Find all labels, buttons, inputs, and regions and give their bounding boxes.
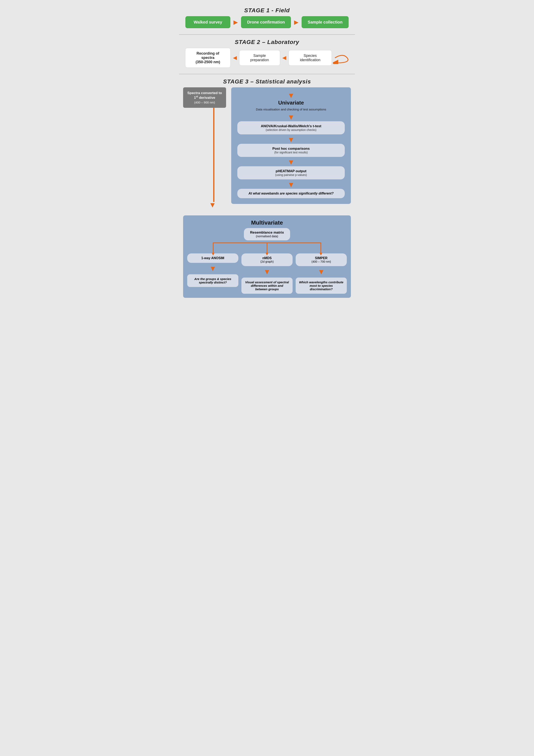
pheatmap-bold: pHEATMAP output (241, 169, 341, 173)
arrow-1: ▼ (237, 114, 345, 121)
resemblance-sub: (normalised data) (250, 235, 284, 238)
recording-spectra-sub: (350-2500 nm) (196, 60, 220, 64)
pheatmap-box: pHEATMAP output (using pairwise p-values… (237, 166, 345, 179)
stage2-section: STAGE 2 – Laboratory Recording of spectr… (179, 36, 355, 72)
branch-arrows-container: ▼ ▼ ▼ (187, 242, 347, 253)
col1-arrow: ▼ (209, 265, 216, 272)
nmds-question: Visual assessment of spectral difference… (245, 281, 289, 291)
col2-nmds: nMDS (2d graph) ▼ Visual assessment of s… (241, 254, 293, 294)
multi-columns: 1-way ANOSIM ▼ Are the groups & species … (187, 254, 347, 294)
anosim-question: Are the groups & species spectrally dist… (190, 277, 235, 284)
col3-simper: SIMPER (400 – 700 nm) ▼ Which wavelength… (295, 254, 347, 294)
walked-survey-box: Walked survey (185, 16, 230, 28)
stage3-outer: Spectra converted to 1st derivative (400… (179, 87, 355, 213)
posthoc-bold: Post hoc comparisons (241, 147, 341, 151)
resemblance-bold: Resemblance matrix (250, 230, 284, 235)
anova-box: ANOVA/Kruskal-Wallis/Welch's t-test (sel… (237, 121, 345, 134)
anosim-question-box: Are the groups & species spectrally dist… (187, 274, 239, 287)
stage3-title: STAGE 3 – Statistical analysis (179, 75, 355, 87)
stage2-title: STAGE 2 – Laboratory (179, 36, 355, 48)
divider-1 (179, 34, 355, 35)
anova-bold: ANOVA/Kruskal-Wallis/Welch's t-test (241, 124, 341, 128)
multivariate-section: Multivariate Resemblance matrix (normali… (183, 215, 351, 298)
nmds-question-box: Visual assessment of spectral difference… (241, 278, 293, 294)
arrow-left-2: ◄ (281, 54, 288, 62)
stage1-title: STAGE 1 - Field (179, 4, 355, 16)
arrow-2: ▼ (237, 136, 345, 143)
simper-question-box: Which wavelengths contribute most to spe… (295, 278, 347, 294)
col3-arrow: ▼ (318, 268, 325, 276)
resemblance-flow: Resemblance matrix (normalised data) ▼ ▼… (187, 228, 347, 294)
branch-center-arrow: ▼ (265, 251, 269, 257)
spectra-main-label: Spectra converted to 1st derivative (187, 91, 222, 100)
stage1-section: STAGE 1 - Field Walked survey ► Drone co… (179, 4, 355, 32)
divider-2 (179, 74, 355, 74)
recording-spectra-box: Recording of spectra (350-2500 nm) (185, 48, 231, 68)
arrow-right-2: ► (293, 19, 300, 26)
branch-left-arrow: ▼ (211, 251, 216, 257)
stage3-flow: Spectra converted to 1st derivative (400… (183, 87, 351, 209)
vert-orange-line (213, 108, 214, 202)
nmds-sub: (2d graph) (245, 260, 289, 263)
posthoc-box: Post hoc comparisons (for significant te… (237, 144, 345, 157)
stage2-content: Recording of spectra (350-2500 nm) ◄ Sam… (179, 48, 355, 72)
univariate-title: Univariate (237, 100, 345, 106)
arrow-3: ▼ (237, 158, 345, 166)
col1-anosim: 1-way ANOSIM ▼ Are the groups & species … (187, 254, 239, 294)
spectra-sub-text: (400 – 900 nm) (187, 101, 222, 104)
recording-spectra-text: Recording of spectra (197, 51, 219, 60)
species-identification-box: Species identification (289, 50, 332, 66)
pheatmap-sub: (using pairwise p-values) (241, 173, 341, 176)
wrap-arrow-svg (333, 52, 349, 64)
simper-question: Which wavelengths contribute most to spe… (299, 281, 344, 291)
question-text: At what wavebands are species significan… (241, 192, 341, 195)
multivariate-title: Multivariate (187, 220, 347, 226)
stage3-section: STAGE 3 – Statistical analysis Spectra c… (179, 75, 355, 213)
stage1-content: Walked survey ► Drone confirmation ► Sam… (179, 16, 355, 32)
univariate-subtitle: Data visualisation and checking of test … (237, 108, 345, 111)
vert-arrow-down: ▼ (209, 201, 216, 209)
anosim-label: 1-way ANOSIM (190, 256, 235, 260)
arrow-right-1: ► (232, 19, 239, 26)
sample-collection-box: Sample collection (301, 16, 349, 28)
col2-arrow: ▼ (263, 268, 271, 276)
arrow-left-1: ◄ (232, 54, 238, 62)
resemblance-box: Resemblance matrix (normalised data) (244, 228, 290, 240)
sample-preparation-box: Sample preparation (239, 50, 280, 66)
anova-sub: (selection driven by assumption checks) (241, 128, 341, 131)
nmds-label: nMDS (245, 256, 289, 260)
simper-label: SIMPER (299, 256, 344, 260)
spectra-main-text: Spectra converted to 1st derivative (187, 91, 222, 100)
posthoc-sub: (for significant test results) (241, 151, 341, 154)
arrow-4: ▼ (237, 181, 345, 188)
drone-confirmation-box: Drone confirmation (241, 16, 291, 28)
arrow-into-univariate: ▼ (237, 92, 345, 99)
simper-sub: (400 – 700 nm) (299, 260, 344, 263)
branch-right-arrow: ▼ (318, 251, 323, 257)
question-box: At what wavebands are species significan… (237, 189, 345, 198)
univariate-container: ▼ Univariate Data visualisation and chec… (231, 87, 351, 204)
spectra-box: Spectra converted to 1st derivative (400… (183, 87, 226, 108)
